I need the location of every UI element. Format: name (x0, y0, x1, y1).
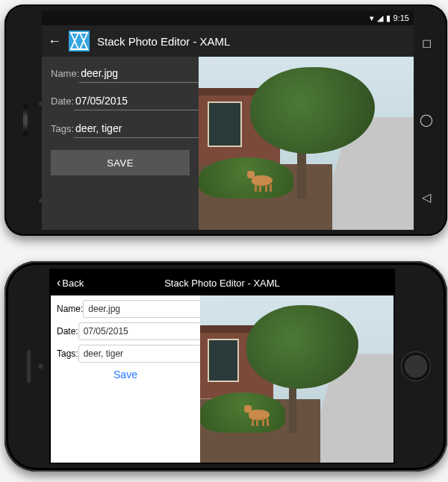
deer-icon (246, 171, 277, 192)
tags-row: Tags: (57, 345, 194, 363)
sensor-dot (39, 101, 43, 106)
nav-recents-icon[interactable]: ◻ (422, 36, 432, 50)
android-screen: ▾ ◢ ▮ 9:15 ← Stack Photo Editor - XAML N… (42, 10, 414, 230)
tags-input[interactable] (74, 119, 208, 138)
save-button[interactable]: SAVE (51, 150, 190, 175)
earpiece (27, 350, 31, 383)
nav-back-icon[interactable]: ◁ (422, 190, 431, 204)
name-label: Name: (51, 68, 79, 79)
android-phone-frame: ▾ ◢ ▮ 9:15 ← Stack Photo Editor - XAML N… (4, 4, 447, 236)
battery-icon: ▮ (386, 13, 391, 23)
page-title: Stack Photo Editor - XAML (164, 278, 280, 289)
front-camera (38, 364, 43, 369)
signal-icon: ◢ (377, 13, 383, 23)
tags-row: Tags: (51, 119, 190, 138)
deer-icon (243, 405, 274, 426)
date-label: Date: (57, 326, 78, 337)
tags-input[interactable] (78, 345, 201, 363)
photo-preview (200, 295, 393, 463)
edit-form: Name: Date: Tags: SAVE (42, 57, 199, 230)
xamarin-logo-icon (69, 31, 90, 51)
name-input[interactable] (83, 300, 205, 318)
wifi-icon: ▾ (370, 13, 374, 23)
content-area: Name: Date: Tags: Save (51, 295, 393, 463)
content-area: Name: Date: Tags: SAVE (42, 57, 414, 230)
save-button[interactable]: Save (57, 369, 194, 381)
tags-label: Tags: (57, 348, 78, 359)
date-input[interactable] (74, 92, 208, 110)
chevron-left-icon: ‹ (57, 276, 60, 289)
name-row: Name: (57, 300, 194, 318)
photo-preview (199, 57, 414, 230)
date-input[interactable] (78, 322, 201, 340)
date-row: Date: (51, 92, 190, 110)
android-nav-bar: ◻ ◯ ◁ (416, 4, 437, 236)
action-bar: ← Stack Photo Editor - XAML (42, 25, 414, 57)
back-label: Back (62, 278, 84, 289)
status-time: 9:15 (393, 13, 409, 22)
sensor-dot (39, 198, 43, 203)
page-title: Stack Photo Editor - XAML (97, 35, 230, 48)
name-label: Name: (57, 304, 83, 314)
earpiece (23, 103, 28, 137)
nav-home-icon[interactable]: ◯ (420, 113, 433, 127)
edit-form: Name: Date: Tags: Save (51, 295, 200, 463)
name-row: Name: (51, 64, 190, 83)
date-row: Date: (57, 322, 194, 340)
tags-label: Tags: (51, 123, 74, 134)
nav-bar: ‹ Back Stack Photo Editor - XAML (51, 270, 393, 295)
name-input[interactable] (79, 64, 213, 83)
back-button[interactable]: ‹ Back (57, 276, 84, 289)
back-icon[interactable]: ← (48, 34, 61, 49)
home-button[interactable] (401, 351, 431, 381)
iphone-frame: ‹ Back Stack Photo Editor - XAML Name: D… (4, 261, 447, 472)
status-bar: ▾ ◢ ▮ 9:15 (42, 10, 414, 25)
ios-screen: ‹ Back Stack Photo Editor - XAML Name: D… (49, 269, 395, 464)
date-label: Date: (51, 96, 74, 107)
